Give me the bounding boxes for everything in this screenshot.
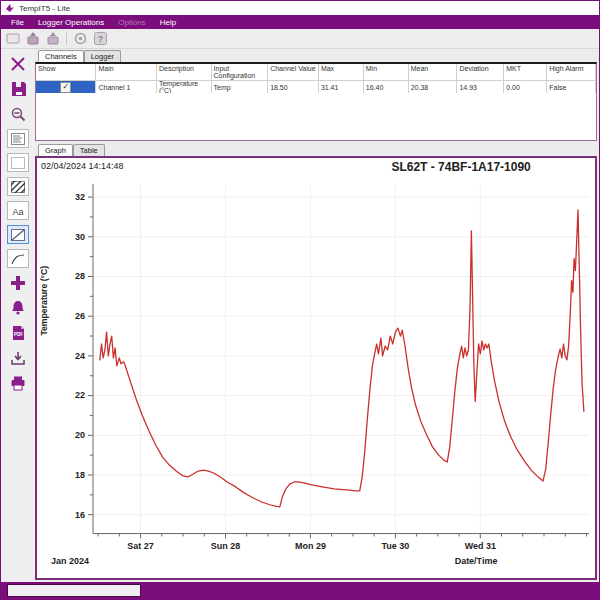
x-tick-label: Wed 31 <box>465 541 496 551</box>
export-download-icon[interactable] <box>4 346 32 370</box>
table-cell: Temp <box>212 81 269 93</box>
y-tick-label: 24 <box>75 351 85 361</box>
box-up-arrow-icon[interactable] <box>24 31 41 46</box>
title-bar: TempIT5 - Lite <box>1 1 599 15</box>
y-tick-label: 32 <box>75 192 85 202</box>
table-row[interactable]: ✓Channel 1Temperature (°C)Temp18.5031.41… <box>36 81 596 93</box>
table-header-cell[interactable]: Main <box>96 64 156 81</box>
table-cell: False <box>547 81 596 93</box>
font-icon[interactable]: Aa <box>7 201 29 220</box>
svg-text:PDF: PDF <box>14 332 23 337</box>
temperature-chart[interactable]: 161820222426283032Sat 27Sun 28Mon 29Tue … <box>37 178 595 578</box>
menu-item-file[interactable]: File <box>5 17 30 28</box>
channels-tabstrip: Channels Logger <box>35 49 597 62</box>
table-header-cell[interactable]: Show <box>36 64 96 81</box>
y-tick-label: 28 <box>75 272 85 282</box>
tab-logger[interactable]: Logger <box>84 50 121 62</box>
y-tick-label: 20 <box>75 430 85 440</box>
notes-list-icon[interactable] <box>7 129 29 148</box>
y-tick-label: 26 <box>75 311 85 321</box>
menu-item-logger-operations[interactable]: Logger Operations <box>32 17 110 28</box>
target-icon[interactable] <box>72 31 89 46</box>
show-checkbox-cell[interactable]: ✓ <box>36 81 96 93</box>
table-cell: Temperature (°C) <box>157 81 212 93</box>
top-toolbar: ? <box>1 29 599 49</box>
print-icon[interactable] <box>4 371 32 395</box>
table-header-cell[interactable]: Input Configuration <box>212 64 269 81</box>
y-axis-label: Temperature (°C) <box>39 266 49 336</box>
x-axis-label: Date/Time <box>455 557 498 567</box>
line-style-icon[interactable] <box>7 225 29 244</box>
save-icon[interactable] <box>4 77 32 101</box>
left-toolbar: Aa PDF <box>1 49 35 580</box>
table-header-cell[interactable]: High Alarm <box>547 64 596 81</box>
graph-title: SL62T - 74BF-1A17-1090 <box>391 160 530 174</box>
status-field <box>7 584 141 597</box>
x-tick-label: Sat 27 <box>127 541 154 551</box>
tab-graph[interactable]: Graph <box>38 144 73 156</box>
graph-panel: 02/04/2024 14:14:48 SL62T - 74BF-1A17-10… <box>35 156 597 580</box>
svg-text:?: ? <box>98 34 104 44</box>
table-cell: Channel 1 <box>96 81 156 93</box>
app-icon <box>5 3 15 13</box>
curve-icon[interactable] <box>7 249 29 268</box>
table-header-cell[interactable]: Channel Value <box>268 64 319 81</box>
box-up-arrow-icon-2[interactable] <box>44 31 61 46</box>
zoom-out-icon[interactable] <box>4 102 32 126</box>
menu-item-help[interactable]: Help <box>154 17 182 28</box>
toolbar-separator <box>66 32 67 45</box>
table-cell: 18.50 <box>268 81 319 93</box>
table-header-row: ShowMainDescriptionInput ConfigurationCh… <box>36 64 596 81</box>
table-cell: 20.38 <box>409 81 458 93</box>
graph-header: 02/04/2024 14:14:48 SL62T - 74BF-1A17-10… <box>37 158 595 178</box>
table-header-cell[interactable]: MKT <box>504 64 547 81</box>
y-tick-label: 16 <box>75 510 85 520</box>
table-cell: 0.00 <box>504 81 547 93</box>
main-area: Aa PDF <box>1 49 599 580</box>
graph-section: Graph Table 02/04/2024 14:14:48 SL62T - … <box>35 143 597 580</box>
x-tick-label: Tue 30 <box>381 541 409 551</box>
y-tick-label: 18 <box>75 470 85 480</box>
y-tick-label: 22 <box>75 391 85 401</box>
marker-cross-icon[interactable] <box>4 271 32 295</box>
content-area: Channels Logger ShowMainDescriptionInput… <box>35 49 599 580</box>
table-header-cell[interactable]: Max <box>319 64 364 81</box>
close-icon[interactable] <box>4 52 32 76</box>
table-cell: 31.41 <box>319 81 364 93</box>
alarm-bell-icon[interactable] <box>4 296 32 320</box>
rectangle-icon[interactable] <box>4 31 21 46</box>
y-tick-label: 30 <box>75 232 85 242</box>
table-cell: 14.93 <box>457 81 504 93</box>
background-color-icon[interactable] <box>7 153 29 172</box>
app-window: TempIT5 - Lite File Logger Operations Op… <box>0 0 600 600</box>
help-icon[interactable]: ? <box>92 31 109 46</box>
tab-table[interactable]: Table <box>73 144 105 156</box>
menu-bar: File Logger Operations Options Help <box>1 15 599 29</box>
x-tick-label: Sun 28 <box>211 541 241 551</box>
svg-text:Aa: Aa <box>12 206 23 216</box>
channels-table: ShowMainDescriptionInput ConfigurationCh… <box>35 62 597 141</box>
window-title: TempIT5 - Lite <box>19 4 70 13</box>
x-axis-note: Jan 2024 <box>51 557 89 567</box>
x-tick-label: Mon 29 <box>295 541 326 551</box>
temperature-line <box>100 210 584 507</box>
table-header-cell[interactable]: Mean <box>409 64 458 81</box>
pdf-export-icon[interactable]: PDF <box>4 321 32 345</box>
table-header-cell[interactable]: Min <box>364 64 409 81</box>
hatch-pattern-icon[interactable] <box>7 177 29 196</box>
menu-item-options: Options <box>112 17 152 28</box>
show-checkbox[interactable]: ✓ <box>60 82 71 93</box>
table-header-cell[interactable]: Deviation <box>457 64 504 81</box>
tab-channels[interactable]: Channels <box>38 50 84 62</box>
table-header-cell[interactable]: Description <box>157 64 212 81</box>
graph-tabstrip: Graph Table <box>35 143 597 156</box>
status-bar <box>1 582 599 599</box>
graph-timestamp: 02/04/2024 14:14:48 <box>41 161 124 171</box>
table-cell: 16.40 <box>364 81 409 93</box>
